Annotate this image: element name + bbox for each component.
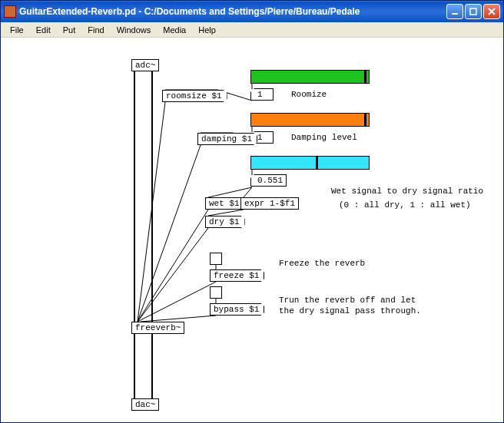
object-freeverb[interactable]: freeverb~ <box>131 322 184 334</box>
app-icon <box>4 5 16 18</box>
svg-rect-0 <box>452 13 458 15</box>
msg-dry[interactable]: dry $1 <box>205 216 245 228</box>
menu-windows[interactable]: Windows <box>111 24 158 36</box>
menu-edit[interactable]: Edit <box>30 24 57 36</box>
menu-put[interactable]: Put <box>57 24 82 36</box>
svg-line-16 <box>244 187 252 197</box>
object-expr[interactable]: expr 1-$f1 <box>240 197 299 210</box>
slider-roomsize[interactable] <box>250 70 370 84</box>
label-damping: Damping level <box>291 133 357 142</box>
minimize-button[interactable] <box>446 4 463 19</box>
svg-line-19 <box>138 228 208 322</box>
menu-help[interactable]: Help <box>192 24 222 36</box>
label-freeze: Freeze the reverb <box>279 259 365 268</box>
patch-canvas[interactable]: adc~ 1 roomsize $1 Roomize 1 damping $1 … <box>1 38 503 422</box>
slider-roomsize-knob <box>364 71 366 83</box>
maximize-icon <box>469 8 477 15</box>
menu-media[interactable]: Media <box>157 24 192 36</box>
msg-freeze[interactable]: freeze $1 <box>210 269 264 282</box>
minimize-icon <box>451 8 459 15</box>
object-adc[interactable]: adc~ <box>131 59 159 71</box>
svg-line-11 <box>138 102 165 322</box>
slider-wet-knob <box>316 157 318 169</box>
toggle-bypass[interactable] <box>210 286 222 299</box>
close-icon <box>488 8 496 15</box>
msg-wet[interactable]: wet $1 <box>205 197 245 210</box>
msg-roomsize[interactable]: roomsize $1 <box>162 90 227 102</box>
svg-line-15 <box>208 187 252 197</box>
close-button[interactable] <box>483 4 500 19</box>
svg-line-14 <box>138 145 201 322</box>
menu-find[interactable]: Find <box>81 24 110 36</box>
svg-line-23 <box>141 316 216 322</box>
svg-rect-1 <box>470 8 476 15</box>
msg-damping[interactable]: damping $1 <box>197 133 257 145</box>
label-wet-2: (0 : all dry, 1 : all wet) <box>339 200 471 210</box>
titlebar[interactable]: GuitarExtended-Reverb.pd - C:/Documents … <box>1 1 503 22</box>
label-roomsize: Roomize <box>291 90 327 99</box>
toggle-freeze[interactable] <box>210 253 222 265</box>
maximize-button[interactable] <box>465 4 482 19</box>
label-bypass-2: the dry signal pass through. <box>279 306 421 316</box>
menu-file[interactable]: File <box>4 24 30 36</box>
svg-line-17 <box>138 210 208 322</box>
msg-bypass[interactable]: bypass $1 <box>210 303 264 316</box>
slider-wet[interactable] <box>250 156 370 170</box>
menubar: File Edit Put Find Windows Media Help <box>1 22 503 38</box>
numbox-wet[interactable]: 0.551 <box>250 174 287 187</box>
svg-line-21 <box>138 282 216 322</box>
numbox-roomsize[interactable]: 1 <box>250 88 274 101</box>
slider-damping-knob <box>364 114 366 126</box>
label-bypass-1: Trun the reverb off and let <box>279 296 416 305</box>
window-title: GuitarExtended-Reverb.pd - C:/Documents … <box>19 6 446 17</box>
slider-damping[interactable] <box>250 113 370 127</box>
svg-line-18 <box>208 210 244 216</box>
object-dac[interactable]: dac~ <box>131 398 159 411</box>
app-window: GuitarExtended-Reverb.pd - C:/Documents … <box>0 0 504 423</box>
label-wet-1: Wet signal to dry signal ratio <box>331 187 483 196</box>
